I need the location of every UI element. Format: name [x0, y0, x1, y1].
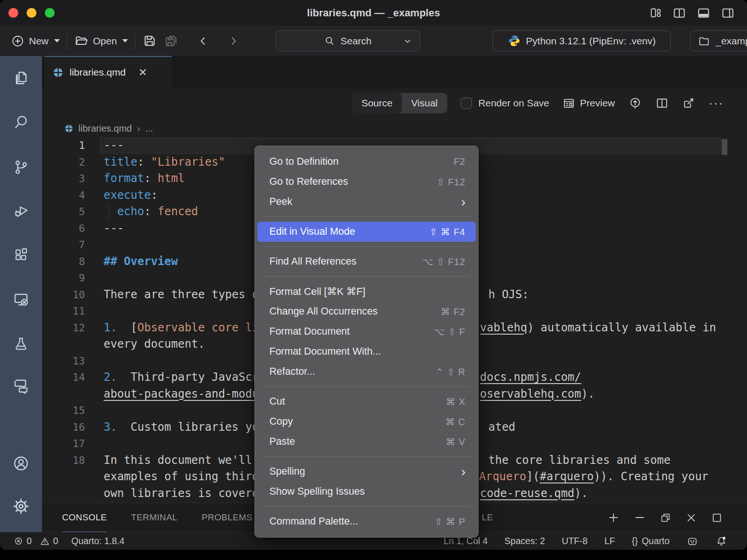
- new-console-plus-icon[interactable]: [607, 511, 620, 524]
- menu-item-peek[interactable]: Peek: [257, 192, 476, 212]
- menu-item-find-all-references[interactable]: Find All References⌥ ⇧ F12: [257, 252, 476, 272]
- customize-layout-icon[interactable]: [649, 7, 662, 19]
- preview-button[interactable]: Preview: [563, 97, 615, 110]
- minimize-window-button[interactable]: [27, 8, 36, 18]
- code-token: [: [117, 321, 137, 334]
- tab-libraries-qmd[interactable]: libraries.qmd ✕: [44, 56, 172, 88]
- visual-mode-button[interactable]: Visual: [402, 93, 447, 113]
- close-tab-icon[interactable]: ✕: [138, 66, 147, 79]
- panel-tab-terminal[interactable]: TERMINAL: [131, 503, 177, 532]
- breadcrumb-file[interactable]: libraries.qmd: [78, 123, 132, 134]
- explorer-icon[interactable]: [12, 69, 30, 87]
- navigate-back-icon[interactable]: [197, 35, 209, 47]
- panel-tab-console[interactable]: CONSOLE: [62, 503, 107, 532]
- menu-item-shortcut: ⌃ ⇧ R: [436, 366, 465, 378]
- run-and-debug-icon[interactable]: [12, 202, 30, 220]
- code-token: Observable core li: [137, 321, 259, 334]
- comments-icon[interactable]: [12, 376, 30, 395]
- menu-item-label: Paste: [269, 436, 295, 448]
- open-in-new-window-icon[interactable]: [682, 97, 695, 110]
- indentation-status[interactable]: Spaces: 2: [505, 536, 545, 546]
- quarto-file-icon: [53, 67, 63, 78]
- menu-item-spelling[interactable]: Spelling: [257, 462, 476, 482]
- maximize-panel-icon[interactable]: [711, 512, 723, 524]
- language-mode-status[interactable]: {} Quarto: [632, 536, 669, 546]
- panel-tab-partial[interactable]: LE: [482, 503, 493, 532]
- menu-item-label: Change All Occurrences: [269, 306, 378, 317]
- editor-scrollbar[interactable]: [722, 139, 727, 155]
- encoding-status[interactable]: UTF-8: [562, 536, 587, 546]
- project-selector[interactable]: _examples: [690, 30, 747, 51]
- navigate-forward-icon[interactable]: [228, 35, 239, 47]
- code-token: #arquero: [540, 470, 594, 483]
- code-token: docs.npmjs.com/: [480, 371, 581, 384]
- more-actions-icon[interactable]: ···: [709, 96, 724, 111]
- problems-status[interactable]: 0 0: [14, 536, 58, 546]
- source-mode-button[interactable]: Source: [352, 93, 402, 113]
- new-file-button[interactable]: New: [11, 35, 60, 48]
- menu-item-edit-in-visual-mode[interactable]: Edit in Visual Mode⇧ ⌘ F4: [257, 222, 476, 242]
- menu-separator: [262, 456, 471, 457]
- save-all-icon[interactable]: [164, 34, 178, 48]
- menu-item-label: Go to References: [269, 176, 348, 188]
- menu-item-label: Find All References: [269, 256, 356, 267]
- toggle-secondary-sidebar-icon[interactable]: [721, 6, 735, 20]
- menu-item-label: Command Palette...: [269, 516, 358, 527]
- split-editor-icon[interactable]: [655, 97, 669, 110]
- menu-item-cut[interactable]: Cut⌘ X: [257, 392, 476, 412]
- code-token: :: [144, 205, 158, 218]
- menu-item-label: Edit in Visual Mode: [269, 226, 355, 238]
- code-token: :: [144, 172, 158, 185]
- testing-flask-icon[interactable]: [12, 335, 30, 353]
- menu-item-go-to-definition[interactable]: Go to DefinitionF2: [257, 152, 476, 172]
- code-token: :: [151, 189, 157, 202]
- menu-item-show-spelling-issues[interactable]: Show Spelling Issues: [257, 482, 476, 502]
- quarto-version-status[interactable]: Quarto: 1.8.4: [71, 536, 125, 546]
- split-editor-layout-icon[interactable]: [672, 6, 686, 20]
- context-menu: Go to DefinitionF2Go to References⇧ F12P…: [254, 146, 479, 538]
- search-input[interactable]: Search: [275, 30, 420, 51]
- remote-explorer-icon[interactable]: [12, 290, 30, 309]
- source-control-icon[interactable]: [12, 158, 30, 176]
- error-count: 0: [27, 536, 32, 546]
- new-button-label: New: [29, 35, 49, 47]
- search-sidebar-icon[interactable]: [12, 113, 30, 132]
- menu-item-paste[interactable]: Paste⌘ V: [257, 432, 476, 452]
- notifications-bell-icon[interactable]: [715, 535, 727, 547]
- menu-item-shortcut: ⌘ V: [446, 436, 465, 448]
- open-file-button[interactable]: Open: [74, 34, 128, 48]
- menu-item-format-cell-k-f[interactable]: Format Cell [⌘K ⌘F]: [257, 281, 476, 301]
- feedback-icon[interactable]: [686, 535, 698, 547]
- warning-icon: [40, 537, 49, 546]
- eol-status[interactable]: LF: [605, 536, 615, 546]
- menu-item-shortcut: ⌥ ⇧ F: [434, 326, 465, 337]
- zoom-window-button[interactable]: [45, 8, 55, 18]
- menu-item-change-all-occurrences[interactable]: Change All Occurrences⌘ F2: [257, 301, 476, 322]
- close-panel-icon[interactable]: [685, 512, 697, 524]
- extensions-icon[interactable]: [12, 245, 30, 264]
- menu-item-format-document[interactable]: Format Document⌥ ⇧ F: [257, 322, 476, 342]
- line-number: 15: [42, 402, 85, 419]
- restore-panel-icon[interactable]: [660, 512, 671, 524]
- save-icon[interactable]: [142, 34, 157, 48]
- close-window-button[interactable]: [8, 8, 18, 18]
- breadcrumb[interactable]: libraries.qmd › ...: [64, 119, 153, 137]
- menu-item-command-palette[interactable]: Command Palette...⇧ ⌘ P: [257, 511, 476, 532]
- toggle-panel-icon[interactable]: [697, 6, 711, 20]
- menu-item-format-document-with[interactable]: Format Document With...: [257, 342, 476, 362]
- chevron-down-icon: [122, 39, 128, 42]
- render-on-save-checkbox[interactable]: [461, 98, 472, 109]
- chevron-down-icon: [54, 39, 60, 42]
- breadcrumb-more[interactable]: ...: [145, 123, 153, 134]
- menu-item-refactor[interactable]: Refactor...⌃ ⇧ R: [257, 362, 476, 382]
- code-token: vablehq: [480, 321, 527, 334]
- menu-item-go-to-references[interactable]: Go to References⇧ F12: [257, 172, 476, 192]
- account-icon[interactable]: [12, 454, 30, 473]
- interpreter-selector[interactable]: Python 3.12.1 (PipEnv: .venv): [493, 30, 671, 51]
- panel-tab-problems[interactable]: PROBLEMS: [202, 503, 253, 532]
- render-document-icon[interactable]: [628, 97, 642, 110]
- code-token: the core libraries and some: [488, 454, 670, 467]
- menu-item-copy[interactable]: Copy⌘ C: [257, 412, 476, 432]
- minimize-panel-icon[interactable]: [634, 511, 646, 524]
- settings-gear-icon[interactable]: [12, 497, 30, 516]
